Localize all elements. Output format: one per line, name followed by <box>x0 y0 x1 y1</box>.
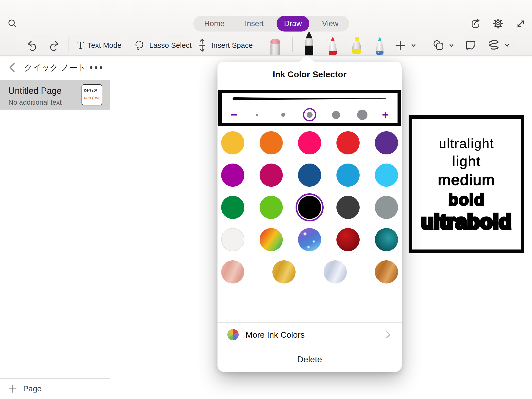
eraser-tool[interactable] <box>268 36 282 55</box>
pen-red[interactable] <box>326 36 340 55</box>
ribbon-tab-bar: HomeInsertDrawView <box>193 16 349 32</box>
ink-sample-bold: bold <box>448 191 484 208</box>
color-swatch-sky-blue[interactable] <box>375 164 398 187</box>
stroke-width-section: − + <box>218 90 401 126</box>
tab-home[interactable]: Home <box>197 16 232 32</box>
yellow-highlighter-icon <box>349 36 364 55</box>
color-swatch-silver[interactable] <box>324 260 347 283</box>
tab-draw[interactable]: Draw <box>277 16 309 32</box>
color-swatch-lime-green[interactable] <box>260 196 283 219</box>
search-button[interactable] <box>6 18 18 30</box>
insert-space-button[interactable]: Insert Space <box>197 36 253 54</box>
ink-sample-ultralight: ultralight <box>439 137 494 150</box>
insert-space-label: Insert Space <box>211 41 253 50</box>
lasso-select-label: Lasso Select <box>149 41 192 50</box>
plus-icon <box>8 384 18 394</box>
more-ink-colors-button[interactable]: More Ink Colors <box>217 322 402 347</box>
swatch-row <box>221 196 398 219</box>
undo-icon <box>26 39 38 51</box>
popup-notch <box>299 56 315 62</box>
ink-note-button[interactable] <box>464 36 478 54</box>
shapes-button[interactable] <box>432 36 455 54</box>
color-swatch-bronze[interactable] <box>375 260 398 283</box>
toolbar-divider <box>68 37 68 52</box>
color-swatch-black[interactable] <box>298 196 321 219</box>
ink-color-selector-popup: Ink Color Selector − + More Ink Colors D… <box>217 62 402 372</box>
color-swatch-gold-texture[interactable] <box>272 260 296 283</box>
text-mode-button[interactable]: T Text Mode <box>77 36 121 54</box>
color-swatch-navy-blue[interactable] <box>298 164 321 187</box>
thumbnail-ink-line: pen (ora <box>84 94 102 101</box>
page-thumbnail: pen (blpen (ora <box>82 84 102 105</box>
settings-icon <box>492 17 504 30</box>
toolbar-divider <box>292 37 293 52</box>
top-toolbar: HomeInsertDrawView <box>0 0 532 56</box>
eraser-icon <box>268 36 282 55</box>
ink-sample-light: light <box>452 154 481 168</box>
chevron-down-icon <box>448 42 455 49</box>
pen-black-selected[interactable] <box>301 31 317 55</box>
color-swatch-purple[interactable] <box>375 131 398 154</box>
tab-insert[interactable]: Insert <box>237 16 271 32</box>
ink-sample-ultrabold: ultrabold <box>421 212 512 232</box>
delete-pen-button[interactable]: Delete <box>217 347 402 372</box>
color-swatch-rainbow-glitter[interactable] <box>260 228 283 251</box>
stroke-size-option-2[interactable] <box>277 108 290 121</box>
stroke-size-option-5[interactable] <box>356 108 369 121</box>
stroke-width-preview <box>233 96 387 102</box>
color-swatch-white[interactable] <box>221 228 244 251</box>
insert-space-icon <box>197 39 208 52</box>
lasso-icon <box>133 39 146 52</box>
chevron-down-icon <box>503 42 511 49</box>
color-swatch-gray[interactable] <box>375 196 398 219</box>
undo-button[interactable] <box>26 36 38 54</box>
decrease-size-button[interactable]: − <box>231 109 237 120</box>
share-button[interactable] <box>469 17 482 30</box>
stroke-size-option-3[interactable] <box>303 108 316 121</box>
lasso-select-button[interactable]: Lasso Select <box>133 36 192 54</box>
swatch-row <box>221 131 398 154</box>
redo-button[interactable] <box>48 36 61 54</box>
color-swatch-galaxy[interactable] <box>298 228 321 251</box>
chevron-down-icon <box>410 42 417 49</box>
add-page-button[interactable]: Page <box>0 378 110 399</box>
color-swatch-raspberry[interactable] <box>260 164 283 187</box>
color-swatch-dark-gray[interactable] <box>336 196 360 219</box>
color-swatch-rose-gold[interactable] <box>221 260 244 283</box>
page-subtitle: No additional text <box>8 99 62 106</box>
page-sidebar: クイック ノート Untitled Page No additional tex… <box>0 55 110 399</box>
size-dot <box>357 110 367 120</box>
color-swatch-teal-marble[interactable] <box>375 228 398 251</box>
thumbnail-ink-line: pen (bl <box>84 87 102 94</box>
size-dot <box>307 112 313 118</box>
pen-galaxy[interactable] <box>373 36 387 55</box>
settings-button[interactable] <box>492 17 504 30</box>
color-swatch-pink[interactable] <box>298 131 321 154</box>
color-swatch-gold[interactable] <box>221 131 244 154</box>
add-pen-button[interactable] <box>394 36 417 54</box>
swatch-row <box>221 260 398 283</box>
more-options-button[interactable] <box>89 61 103 74</box>
ink-to-shape-icon <box>487 38 501 52</box>
color-swatch-orange[interactable] <box>260 131 283 154</box>
stroke-preview-line <box>233 96 387 102</box>
color-swatch-red[interactable] <box>336 131 360 154</box>
color-swatch-red-marble[interactable] <box>336 228 360 251</box>
color-swatch-blue[interactable] <box>336 164 360 187</box>
stroke-size-option-1[interactable] <box>250 108 264 121</box>
more-ink-colors-label: More Ink Colors <box>246 330 305 340</box>
galaxy-pen-icon <box>373 36 387 55</box>
page-list-item-selected[interactable]: Untitled Page No additional text pen (bl… <box>0 80 110 110</box>
ink-to-shape-button[interactable] <box>487 36 511 54</box>
tab-view[interactable]: View <box>315 16 346 32</box>
search-icon <box>7 18 18 29</box>
color-swatch-magenta[interactable] <box>221 164 244 187</box>
stroke-size-option-4[interactable] <box>329 108 343 121</box>
increase-size-button[interactable]: + <box>382 109 389 120</box>
fullscreen-button[interactable] <box>514 17 527 30</box>
highlighter-yellow[interactable] <box>349 36 364 55</box>
color-swatch-green[interactable] <box>221 196 244 219</box>
popup-title: Ink Color Selector <box>217 69 402 79</box>
add-page-label: Page <box>23 384 42 393</box>
redo-icon <box>48 39 61 51</box>
